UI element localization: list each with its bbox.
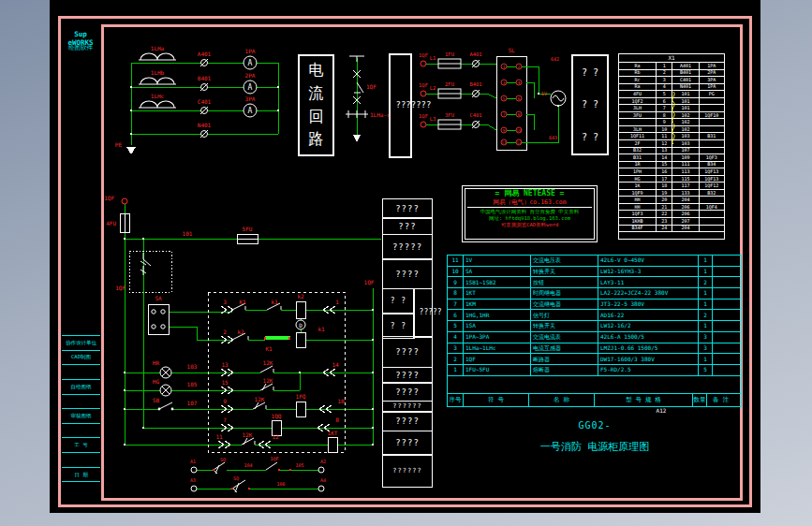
relay-label: K1 [265,345,273,352]
sl-terminal-number: 1 [503,65,506,69]
sl-label: SL [508,47,515,53]
interlock-labels: A1 SQ 104 1QF 105 A2 A3 SQ 106 A4 [190,456,326,487]
row-num: 13 [221,361,229,368]
breaker-label: 1QF [366,83,376,90]
sl-terminal-number: 3 [503,80,506,85]
sl-terminal-number: 12 [516,140,522,145]
contact-label: SQ [220,457,226,462]
wire-label: 107 [187,400,198,406]
link-label: B401 [469,81,481,87]
phase-label: L3 [430,116,436,122]
wire-label: A401 [198,51,212,57]
sl-terminal-number: 11 [501,140,507,145]
aux-breaker-symbol [140,253,151,275]
row-num: 2 [223,329,227,335]
row-num: 1 [335,299,339,305]
control-circuit: D [104,195,381,492]
contact-label: 1QF [270,456,278,461]
coil-label: 1FQ [296,393,306,400]
row-num: 15 [221,379,229,386]
sa-switch-block [148,304,169,334]
sl-terminal-number: 10 [516,128,522,133]
control-terminal [122,198,127,204]
coil-label: 1KT [328,430,338,436]
fuse-label: 4FU [106,220,116,226]
cad-application-window: Sup eWORKS 绘图软件 协作设计单位CAD制图自绘图纸审核图纸工 号日 … [0,0,812,526]
row-num: 7 [223,416,227,423]
link-label: A401 [469,51,481,57]
ct-symbols [139,53,176,108]
row-num: 9 [223,398,227,404]
grip-mark [264,337,266,340]
voltmeter-label: 1V [540,91,547,96]
lamp-label: HG [153,378,160,385]
lamp-symbols [158,367,174,410]
contact-label: k1 [271,299,278,305]
sl-terminal-number: 7 [503,112,506,117]
contact-label: 12K [255,396,265,402]
bus-label: 1QF [364,279,375,285]
sl-terminal-number: 4 [518,80,521,85]
coil-label: k1 [317,326,325,332]
sa-label: SA [155,295,162,301]
term-label: 1QF [419,52,428,58]
row-num: 10 [337,398,345,404]
wire-label: 643 [549,135,557,140]
contact-label: 12K [263,377,273,384]
sl-terminal-number: 2 [518,65,521,69]
ground-arrow [126,147,136,154]
ground-label: PE [115,141,123,148]
coil-label: k2 [297,293,304,300]
ct-label: 1LHc [151,93,165,99]
point-label: A4 [320,477,326,483]
wire-label: 105 [295,462,303,468]
ammeter-label: 2PA [245,72,256,79]
row-num: 12 [272,433,279,440]
ammeter-label: 3PA [245,95,256,102]
fuse-label: 2FU [445,81,454,87]
switch-label: SB [153,397,160,403]
fuse-label: 5FU [243,226,253,232]
row-num: 8 [335,416,339,423]
feeder-ct-label: 1LHa-c [370,111,391,118]
contact-label: k2 [237,329,244,335]
ammeter-symbols: A A A [244,56,257,117]
sl-wires [507,66,558,142]
ammeter-label: 1PA [245,48,256,54]
wire-label: 101 [183,230,193,237]
point-label: A2 [320,459,326,464]
wire-label: 104 [244,462,252,468]
point-label: A1 [190,459,196,464]
sl-block [496,56,526,150]
wire-label: 103 [187,363,198,370]
ct-label: 1LHa [151,45,165,51]
sl-terminal-number: 8 [518,112,521,117]
sl-terminals [501,64,522,145]
wire-label: 105 [187,381,198,387]
row-num: 11 [215,433,223,440]
phase-label: L1 [430,55,436,61]
row-num: 3 [223,299,227,305]
wire-label: N401 [198,122,212,128]
ammeter-glyph: A [248,59,253,67]
feeder-arrow [353,135,361,142]
ammeter-glyph: A [248,83,253,92]
sl-terminal-number: 9 [503,128,506,133]
wire-label: B401 [198,75,212,81]
phase-label: L2 [430,85,436,91]
voltage-circuit: 1QF 1QF 1QF L1 L2 L3 1FU 2FU 3FU A401 B4… [419,47,566,150]
wire-label: C401 [198,98,212,105]
fuse-label: 3FU [445,112,454,118]
feeder: 1QF 1LHa-c [346,56,391,142]
wire-label: 642 [551,56,559,62]
point-label: A3 [190,477,196,483]
contact-label: 12K [263,359,273,366]
sl-terminal-number: 5 [503,96,506,101]
ammeter-glyph: A [248,107,253,115]
interlock-rows [191,462,324,492]
schematic-overlay: A A A 1LHa 1LHb 1LHc A401 B401 C401 N401… [0,0,812,526]
row-num: 14 [332,361,339,368]
coil-label: 1QQ [272,413,282,419]
junction-dots [123,237,374,446]
lamp-label: HR [153,359,160,366]
